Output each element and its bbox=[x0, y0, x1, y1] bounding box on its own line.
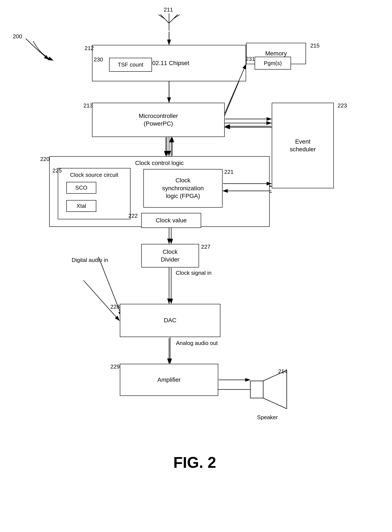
svg-rect-25 bbox=[250, 381, 263, 398]
antenna-icon bbox=[156, 12, 182, 32]
ref-220: 220 bbox=[40, 156, 49, 163]
ref-211: 211 bbox=[164, 6, 173, 13]
ref-223: 223 bbox=[338, 102, 347, 109]
ref-215: 215 bbox=[310, 42, 319, 49]
ref-228: 228 bbox=[110, 303, 120, 310]
svg-line-23 bbox=[158, 14, 165, 19]
fig-label: FIG. 2 bbox=[124, 454, 265, 471]
box-clock-divider: Clock Divider bbox=[141, 244, 199, 267]
box-clock-value: Clock value bbox=[141, 213, 201, 228]
ref-227: 227 bbox=[201, 243, 210, 250]
diagram-container: 211 200 802.11 Chipset 212 TSF count 230… bbox=[0, 0, 392, 532]
label-analog-audio: Analog audio out bbox=[175, 340, 218, 346]
ref-231: 231 bbox=[246, 56, 255, 62]
ref-230: 230 bbox=[94, 56, 103, 63]
ref-221: 221 bbox=[224, 169, 233, 175]
ref-229: 229 bbox=[110, 363, 120, 370]
ref-200: 200 bbox=[13, 33, 22, 40]
ref-222: 222 bbox=[128, 213, 138, 219]
label-digital-audio: Digital audio in bbox=[71, 257, 109, 263]
label-speaker: Speaker bbox=[248, 414, 287, 421]
label-clock-signal: Clock signal in bbox=[175, 270, 212, 276]
box-amplifier: Amplifier bbox=[120, 364, 218, 396]
box-sco: SCO bbox=[66, 182, 96, 194]
ref-212: 212 bbox=[84, 45, 94, 51]
box-xtal: Xtal bbox=[66, 200, 96, 212]
svg-line-24 bbox=[173, 14, 180, 19]
ref-214: 214 bbox=[278, 368, 287, 375]
svg-line-27 bbox=[263, 398, 287, 409]
svg-line-42 bbox=[84, 280, 119, 321]
box-tsf: TSF count bbox=[109, 58, 152, 72]
box-event-scheduler: Event scheduler bbox=[272, 103, 334, 188]
box-microcontroller: Microcontroller (PowerPC) bbox=[92, 103, 225, 137]
ref-225: 225 bbox=[52, 167, 62, 174]
box-pgm: Pgm(s) bbox=[255, 57, 291, 70]
ref-213: 213 bbox=[84, 102, 93, 109]
box-clock-sync: Clock synchronization logic (FPGA) bbox=[143, 169, 223, 208]
box-dac: DAC bbox=[120, 304, 220, 337]
